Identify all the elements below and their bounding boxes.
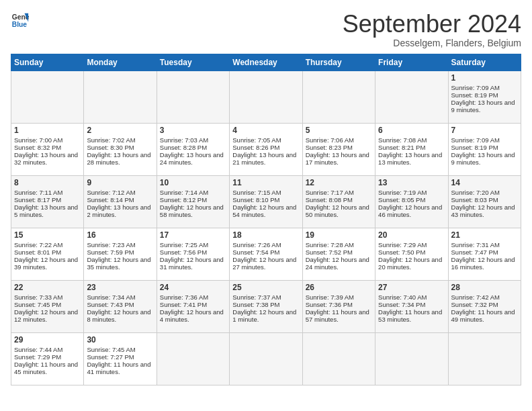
table-row: 16 Sunrise: 7:23 AM Sunset: 7:59 PM Dayl… — [84, 228, 157, 280]
sunset-text: Sunset: 7:29 PM — [14, 353, 61, 361]
sunset-text: Sunset: 7:41 PM — [160, 301, 207, 308]
sunrise-text: Sunrise: 7:09 AM — [451, 84, 500, 91]
daylight-text: Daylight: 13 hours and 2 minutes. — [87, 203, 150, 218]
sunrise-text: Sunrise: 7:15 AM — [232, 189, 281, 196]
daylight-text: Daylight: 13 hours and 24 minutes. — [160, 151, 224, 166]
daylight-text: Daylight: 13 hours and 13 minutes. — [378, 151, 442, 166]
table-row: 2 Sunrise: 7:02 AM Sunset: 8:30 PM Dayli… — [84, 123, 157, 175]
table-row — [375, 71, 448, 123]
sunset-text: Sunset: 8:03 PM — [451, 196, 498, 203]
table-row: 11 Sunrise: 7:15 AM Sunset: 8:10 PM Dayl… — [230, 175, 302, 228]
sunset-text: Sunset: 8:19 PM — [451, 91, 498, 99]
sunrise-text: Sunrise: 7:14 AM — [160, 189, 208, 196]
table-row: 12 Sunrise: 7:17 AM Sunset: 8:08 PM Dayl… — [302, 175, 375, 228]
sunset-text: Sunset: 8:19 PM — [451, 144, 498, 151]
table-row: 6 Sunrise: 7:08 AM Sunset: 8:21 PM Dayli… — [375, 123, 448, 175]
day-number: 25 — [232, 283, 299, 292]
table-row: 15 Sunrise: 7:22 AM Sunset: 8:01 PM Dayl… — [11, 228, 84, 280]
day-number: 17 — [160, 230, 226, 240]
day-number: 27 — [378, 283, 445, 292]
table-row: 9 Sunrise: 7:12 AM Sunset: 8:14 PM Dayli… — [84, 175, 157, 228]
daylight-text: Daylight: 12 hours and 54 minutes. — [232, 203, 296, 218]
sunrise-text: Sunrise: 7:44 AM — [14, 346, 62, 353]
sunrise-text: Sunrise: 7:29 AM — [378, 241, 427, 248]
sunrise-text: Sunrise: 7:28 AM — [306, 241, 354, 248]
sunrise-text: Sunrise: 7:12 AM — [87, 189, 135, 196]
sunrise-text: Sunrise: 7:36 AM — [160, 293, 208, 301]
daylight-text: Daylight: 12 hours and 31 minutes. — [160, 256, 224, 271]
day-number: 4 — [232, 126, 299, 135]
sunset-text: Sunset: 7:59 PM — [87, 248, 134, 256]
daylight-text: Daylight: 13 hours and 9 minutes. — [451, 99, 515, 113]
day-number: 29 — [14, 335, 81, 345]
calendar-week-row: 8 Sunrise: 7:11 AM Sunset: 8:17 PM Dayli… — [11, 175, 521, 228]
daylight-text: Daylight: 13 hours and 17 minutes. — [306, 151, 369, 166]
sunset-text: Sunset: 8:28 PM — [160, 144, 207, 151]
day-number: 10 — [160, 178, 226, 187]
day-number: 30 — [87, 335, 153, 345]
day-number: 16 — [87, 230, 153, 240]
table-row: 14 Sunrise: 7:20 AM Sunset: 8:03 PM Dayl… — [448, 175, 521, 228]
daylight-text: Daylight: 11 hours and 53 minutes. — [378, 308, 442, 323]
sunset-text: Sunset: 7:43 PM — [87, 301, 134, 308]
col-sunday: Sunday — [11, 54, 84, 71]
day-number: 22 — [14, 283, 81, 292]
col-wednesday: Wednesday — [230, 54, 302, 71]
daylight-text: Daylight: 13 hours and 21 minutes. — [232, 151, 296, 166]
day-number: 1 — [451, 73, 518, 83]
calendar-table: Sunday Monday Tuesday Wednesday Thursday… — [11, 54, 521, 385]
table-row: 1 Sunrise: 7:00 AM Sunset: 8:32 PM Dayli… — [11, 123, 84, 175]
table-row — [302, 332, 375, 385]
day-number: 20 — [378, 230, 445, 240]
table-row — [302, 71, 375, 123]
daylight-text: Daylight: 12 hours and 20 minutes. — [378, 256, 442, 271]
sunset-text: Sunset: 8:01 PM — [14, 248, 61, 256]
daylight-text: Daylight: 11 hours and 41 minutes. — [87, 361, 150, 375]
sunrise-text: Sunrise: 7:09 AM — [451, 136, 500, 144]
sunrise-text: Sunrise: 7:45 AM — [87, 346, 135, 353]
daylight-text: Daylight: 12 hours and 58 minutes. — [160, 203, 224, 218]
page-header: General Blue September 2024 Desselgem, F… — [11, 11, 521, 48]
daylight-text: Daylight: 12 hours and 43 minutes. — [451, 203, 515, 218]
calendar-week-row: 29 Sunrise: 7:44 AM Sunset: 7:29 PM Dayl… — [11, 332, 521, 385]
sunrise-text: Sunrise: 7:05 AM — [232, 136, 281, 144]
day-number: 3 — [160, 126, 226, 135]
daylight-text: Daylight: 13 hours and 5 minutes. — [14, 203, 78, 218]
sunset-text: Sunset: 8:23 PM — [306, 144, 353, 151]
sunrise-text: Sunrise: 7:37 AM — [232, 293, 281, 301]
day-number: 5 — [306, 126, 372, 135]
sunset-text: Sunset: 7:47 PM — [451, 248, 498, 256]
sunrise-text: Sunrise: 7:19 AM — [378, 189, 427, 196]
month-title: September 2024 — [343, 11, 521, 38]
table-row: 3 Sunrise: 7:03 AM Sunset: 8:28 PM Dayli… — [157, 123, 229, 175]
sunset-text: Sunset: 7:45 PM — [14, 301, 61, 308]
daylight-text: Daylight: 11 hours and 49 minutes. — [451, 308, 515, 323]
daylight-text: Daylight: 12 hours and 35 minutes. — [87, 256, 150, 271]
location-subtitle: Desselgem, Flanders, Belgium — [343, 38, 521, 48]
sunrise-text: Sunrise: 7:33 AM — [14, 293, 62, 301]
sunrise-text: Sunrise: 7:08 AM — [378, 136, 427, 144]
sunrise-text: Sunrise: 7:11 AM — [14, 189, 62, 196]
table-row: 24 Sunrise: 7:36 AM Sunset: 7:41 PM Dayl… — [157, 280, 229, 332]
logo-icon: General Blue — [11, 11, 30, 30]
table-row — [375, 332, 448, 385]
calendar-week-row: 1 Sunrise: 7:09 AM Sunset: 8:19 PM Dayli… — [11, 71, 521, 123]
sunset-text: Sunset: 7:52 PM — [306, 248, 353, 256]
sunset-text: Sunset: 7:27 PM — [87, 353, 134, 361]
day-number: 14 — [451, 178, 518, 187]
sunset-text: Sunset: 8:05 PM — [378, 196, 425, 203]
daylight-text: Daylight: 12 hours and 24 minutes. — [306, 256, 369, 271]
daylight-text: Daylight: 12 hours and 1 minute. — [232, 308, 296, 323]
table-row: 13 Sunrise: 7:19 AM Sunset: 8:05 PM Dayl… — [375, 175, 448, 228]
day-number: 9 — [87, 178, 153, 187]
table-row — [448, 332, 521, 385]
sunrise-text: Sunrise: 7:31 AM — [451, 241, 500, 248]
table-row: 18 Sunrise: 7:26 AM Sunset: 7:54 PM Dayl… — [230, 228, 302, 280]
calendar-week-row: 15 Sunrise: 7:22 AM Sunset: 8:01 PM Dayl… — [11, 228, 521, 280]
sunrise-text: Sunrise: 7:00 AM — [14, 136, 62, 144]
svg-text:Blue: Blue — [12, 21, 28, 28]
sunrise-text: Sunrise: 7:25 AM — [160, 241, 208, 248]
table-row — [230, 332, 302, 385]
col-monday: Monday — [84, 54, 157, 71]
sunrise-text: Sunrise: 7:20 AM — [451, 189, 500, 196]
